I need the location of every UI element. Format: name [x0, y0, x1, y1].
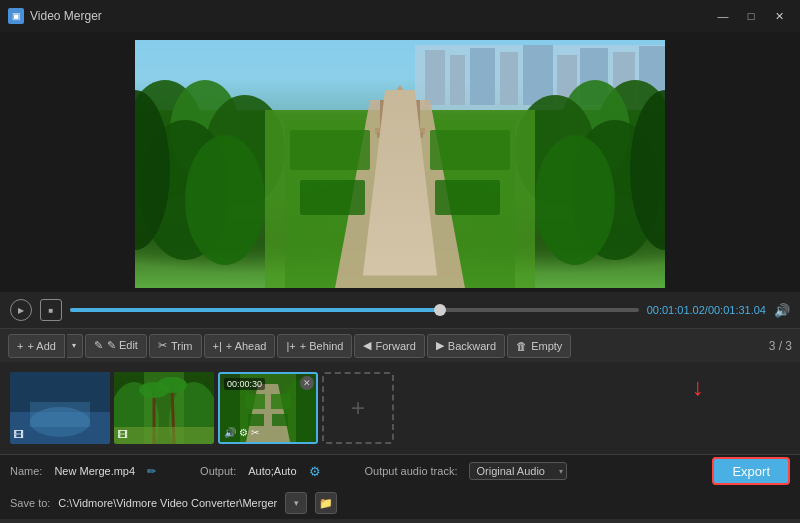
- clip-3-icons: 🔊 ⚙ ✂: [224, 427, 259, 438]
- scissors-icon-2: ✂: [251, 427, 259, 438]
- svg-rect-53: [271, 394, 291, 409]
- svg-rect-3: [450, 55, 465, 105]
- film-icon-2: 🎞: [118, 429, 128, 440]
- ahead-label: + Ahead: [226, 340, 267, 352]
- clip-1-icons: 🎞: [14, 429, 24, 440]
- clip-3-remove[interactable]: ✕: [300, 376, 314, 390]
- clip-2-icons: 🎞: [118, 429, 128, 440]
- svg-point-16: [135, 90, 170, 250]
- svg-point-18: [560, 80, 630, 180]
- output-value: Auto;Auto: [248, 465, 296, 477]
- backward-label: Backward: [448, 340, 496, 352]
- svg-rect-32: [375, 128, 425, 134]
- film-icon: 🎞: [14, 429, 24, 440]
- add-label: + Add: [27, 340, 55, 352]
- settings-icon: ⚙: [239, 427, 248, 438]
- edit-label: ✎ Edit: [107, 339, 138, 352]
- svg-point-15: [185, 135, 265, 265]
- svg-rect-10: [639, 46, 665, 105]
- forward-label: Forward: [375, 340, 415, 352]
- arrow-indicator: ↓: [692, 375, 704, 399]
- svg-rect-24: [285, 120, 515, 288]
- video-preview: [135, 40, 665, 288]
- maximize-button[interactable]: □: [738, 5, 764, 27]
- svg-rect-6: [523, 45, 553, 105]
- behind-button[interactable]: |+ + Behind: [277, 334, 352, 358]
- svg-rect-55: [272, 414, 288, 426]
- trim-button[interactable]: ✂ Trim: [149, 334, 202, 358]
- behind-label: + Behind: [300, 340, 344, 352]
- svg-rect-4: [470, 48, 495, 105]
- saveto-path: C:\Vidmore\Vidmore Video Converter\Merge…: [58, 497, 277, 509]
- trash-icon: 🗑: [516, 340, 527, 352]
- add-button[interactable]: + + Add: [8, 334, 65, 358]
- app-icon: ▣: [8, 8, 24, 24]
- svg-rect-46: [114, 427, 214, 444]
- titlebar-left: ▣ Video Merger: [8, 8, 102, 24]
- export-button[interactable]: Export: [712, 457, 790, 485]
- playback-bar: ▶ ■ 00:01:01.02/00:01:31.04 🔊: [0, 292, 800, 328]
- trim-label: Trim: [171, 340, 193, 352]
- svg-rect-1: [415, 45, 665, 110]
- clip-3[interactable]: 00:00:30 ✕ 🔊 ⚙ ✂: [218, 372, 318, 444]
- svg-point-19: [515, 95, 595, 205]
- svg-rect-33: [377, 133, 423, 138]
- saveto-label: Save to:: [10, 497, 50, 509]
- svg-point-20: [570, 120, 660, 260]
- svg-point-21: [535, 135, 615, 265]
- svg-rect-2: [425, 50, 445, 105]
- toolbar: + + Add ▾ ✎ ✎ Edit ✂ Trim +| + Ahead |+ …: [0, 328, 800, 362]
- clip-1[interactable]: 🎞: [10, 372, 110, 444]
- titlebar: ▣ Video Merger — □ ✕: [0, 0, 800, 32]
- titlebar-controls: — □ ✕: [710, 5, 792, 27]
- add-dropdown-button[interactable]: ▾: [67, 334, 83, 358]
- clip-1-thumbnail: [10, 372, 110, 444]
- folder-button[interactable]: 📁: [315, 492, 337, 514]
- audio-select-wrapper: Original AudioNo AudioCustom ▾: [469, 462, 567, 480]
- clip-count: 3 / 3: [769, 339, 792, 353]
- ahead-icon: +|: [213, 340, 222, 352]
- svg-point-12: [170, 80, 240, 180]
- forward-button[interactable]: ◀ Forward: [354, 334, 424, 358]
- path-dropdown-button[interactable]: ▾: [285, 492, 307, 514]
- close-button[interactable]: ✕: [766, 5, 792, 27]
- name-edit-icon[interactable]: ✏: [147, 465, 156, 478]
- svg-point-22: [630, 90, 665, 250]
- svg-rect-30: [380, 100, 420, 130]
- app-title: Video Merger: [30, 9, 102, 23]
- stop-button[interactable]: ■: [40, 299, 62, 321]
- forward-icon: ◀: [363, 339, 371, 352]
- audio-select[interactable]: Original AudioNo AudioCustom: [469, 462, 567, 480]
- progress-bar[interactable]: [70, 308, 639, 312]
- add-icon: +: [17, 340, 23, 352]
- svg-point-17: [595, 80, 665, 200]
- audio-label: Output audio track:: [365, 465, 458, 477]
- clip-2-thumbnail: [114, 372, 214, 444]
- ahead-button[interactable]: +| + Ahead: [204, 334, 276, 358]
- clip-3-time: 00:00:30: [224, 378, 265, 390]
- bottom-row2: Save to: C:\Vidmore\Vidmore Video Conver…: [0, 487, 800, 519]
- video-overlay-svg: [135, 40, 665, 288]
- backward-button[interactable]: ▶ Backward: [427, 334, 505, 358]
- name-value: New Merge.mp4: [54, 465, 135, 477]
- timeline: 🎞 🎞: [0, 362, 800, 454]
- svg-point-14: [140, 120, 230, 260]
- svg-point-45: [157, 377, 187, 393]
- play-button[interactable]: ▶: [10, 299, 32, 321]
- volume-button[interactable]: 🔊: [774, 303, 790, 318]
- empty-button[interactable]: 🗑 Empty: [507, 334, 571, 358]
- name-label: Name:: [10, 465, 42, 477]
- svg-rect-26: [290, 130, 370, 170]
- output-gear-icon[interactable]: ⚙: [309, 464, 321, 479]
- add-clip-button[interactable]: +: [322, 372, 394, 444]
- svg-rect-8: [580, 48, 608, 105]
- edit-button[interactable]: ✎ ✎ Edit: [85, 334, 147, 358]
- sound-icon: 🔊: [224, 427, 236, 438]
- minimize-button[interactable]: —: [710, 5, 736, 27]
- time-display: 00:01:01.02/00:01:31.04: [647, 304, 766, 316]
- svg-rect-5: [500, 52, 518, 105]
- video-container: [0, 32, 800, 292]
- clip-2[interactable]: 🎞: [114, 372, 214, 444]
- progress-thumb[interactable]: [434, 304, 446, 316]
- svg-marker-25: [335, 100, 465, 288]
